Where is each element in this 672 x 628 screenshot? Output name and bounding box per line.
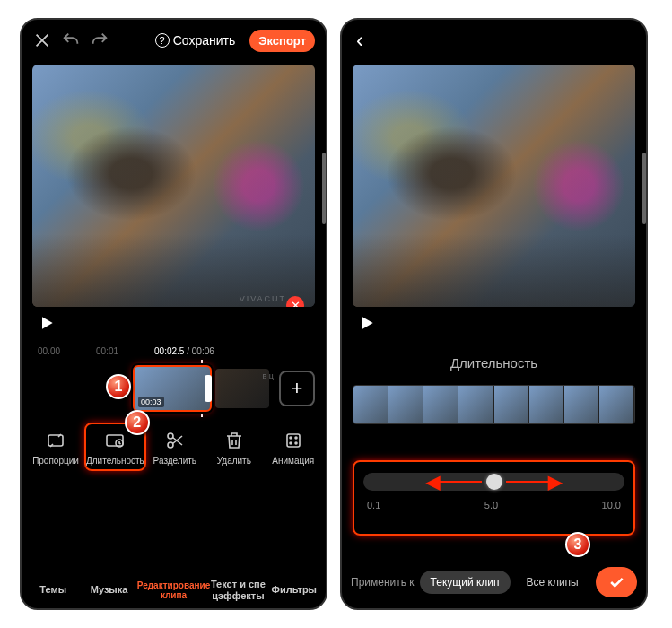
clip-strip[interactable]: 00:03 в ц + 1 [22, 363, 326, 414]
tool-split[interactable]: Разделить [146, 430, 204, 466]
playback-row [342, 307, 646, 343]
svg-point-6 [290, 437, 292, 439]
time-mark: 00:01 [96, 346, 118, 356]
tool-animation[interactable]: Анимация [265, 430, 322, 466]
tick-max: 10.0 [602, 500, 621, 510]
back-button[interactable]: ‹ [353, 28, 363, 53]
duration-slider[interactable]: ◀ ▶ [363, 473, 624, 491]
bottom-tabs: Темы Музыка Редактирование клипа Текст и… [22, 571, 326, 608]
confirm-button[interactable] [596, 567, 637, 597]
timeline-ruler: 00.00 00:01 00:02.5 / 00:06 [22, 346, 326, 356]
svg-point-2 [116, 440, 123, 447]
video-preview[interactable] [353, 65, 635, 307]
filmstrip-time: 00:06.0 [342, 424, 389, 440]
add-clip-button[interactable]: + [279, 371, 315, 406]
tab-edit-clip[interactable]: Редактирование клипа [137, 580, 210, 600]
video-preview[interactable]: VIVACUT ✕ [32, 65, 315, 307]
tab-themes[interactable]: Темы [25, 584, 81, 595]
annotation-badge-1: 1 [106, 374, 131, 399]
apply-all-clips[interactable]: Все клипы [516, 571, 589, 594]
panel-header: ‹ [342, 20, 646, 61]
playback-row [22, 307, 326, 343]
svg-rect-1 [107, 435, 123, 446]
clip-thumbnail[interactable] [215, 369, 269, 408]
help-icon: ? [155, 33, 170, 48]
tick-min: 0.1 [367, 500, 380, 510]
annotation-badge-2: 2 [125, 410, 150, 435]
tick-mid: 5.0 [484, 500, 498, 510]
tool-more[interactable]: Вр [324, 430, 327, 466]
undo-button[interactable] [61, 31, 81, 50]
export-button[interactable]: Экспорт [249, 30, 315, 52]
time-mark: 00.00 [38, 346, 60, 356]
save-button[interactable]: ? Сохранить [155, 33, 236, 48]
apply-current-clip[interactable]: Текущий клип [420, 571, 511, 594]
scroll-indicator [642, 153, 646, 224]
close-button[interactable] [32, 31, 52, 50]
arrow-left-icon: ◀ [426, 471, 440, 493]
tool-proportion[interactable]: Пропорции [27, 430, 84, 466]
selected-clip[interactable]: 00:03 [133, 365, 212, 412]
svg-rect-5 [287, 434, 300, 447]
tab-music[interactable]: Музыка [81, 584, 136, 595]
editor-main-screen: ? Сохранить Экспорт VIVACUT ✕ 00.00 00:0… [20, 18, 327, 610]
play-button[interactable] [358, 314, 376, 336]
slider-ticks: 0.1 5.0 10.0 [363, 500, 624, 510]
watermark: VIVACUT [240, 294, 286, 303]
svg-point-9 [295, 442, 297, 444]
tool-duration[interactable]: Длительность 2 [86, 430, 144, 466]
svg-point-8 [290, 442, 292, 444]
play-button[interactable] [38, 314, 56, 336]
tab-filters[interactable]: Фильтры [266, 584, 322, 595]
slider-thumb[interactable] [486, 474, 502, 490]
filmstrip[interactable] [353, 385, 635, 424]
apply-row: Применить к Текущий клип Все клипы [342, 556, 646, 608]
arrow-right-icon: ▶ [548, 471, 562, 493]
tool-delete[interactable]: Удалить [205, 430, 263, 466]
editor-header: ? Сохранить Экспорт [22, 20, 326, 61]
svg-rect-0 [48, 435, 63, 446]
tab-text-effects[interactable]: Текст и спе цэффекты [210, 579, 266, 600]
clip-trim-handle[interactable] [205, 375, 212, 402]
scroll-indicator [322, 153, 326, 224]
duration-slider-container: ◀ ▶ 0.1 5.0 10.0 3 [353, 460, 635, 536]
single-text: в ц [263, 372, 274, 380]
svg-point-7 [295, 437, 297, 439]
redo-button[interactable] [90, 31, 109, 50]
annotation-badge-3: 3 [565, 532, 590, 557]
apply-label: Применить к [351, 576, 415, 589]
time-current: 00:02.5 / 00:06 [154, 346, 214, 356]
duration-panel-screen: ‹ Длительность 00:06.0 ◀ ▶ 0.1 5.0 10.0 … [340, 18, 648, 610]
toolbar: Пропорции Длительность 2 Разделить Удали… [22, 414, 326, 466]
delete-watermark-button[interactable]: ✕ [286, 296, 304, 307]
clip-duration-label: 00:03 [138, 397, 164, 407]
panel-title: Длительность [342, 343, 646, 379]
